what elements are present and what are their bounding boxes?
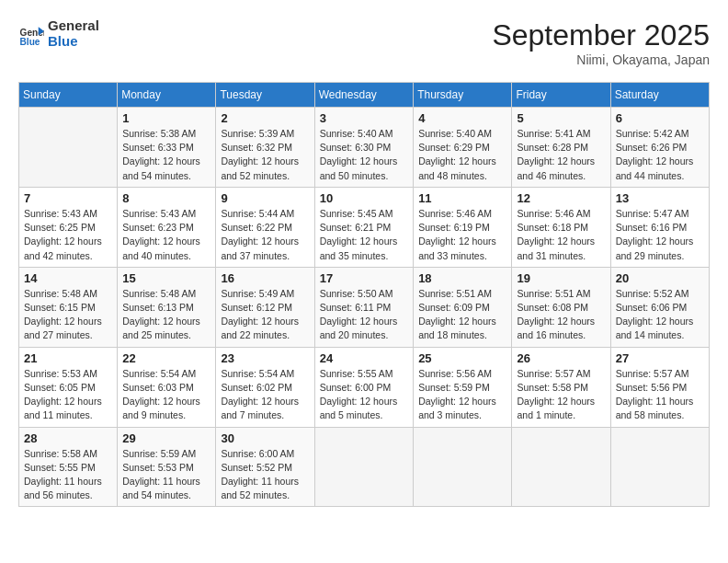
svg-text:Blue: Blue	[20, 37, 40, 47]
calendar-cell	[314, 427, 413, 507]
day-info: Sunrise: 6:00 AM Sunset: 5:52 PM Dayligh…	[221, 447, 309, 503]
title-block: September 2025 Niimi, Okayama, Japan	[492, 18, 710, 67]
logo-line1: General	[48, 18, 99, 34]
day-info: Sunrise: 5:46 AM Sunset: 6:19 PM Dayligh…	[418, 207, 506, 263]
day-info: Sunrise: 5:58 AM Sunset: 5:55 PM Dayligh…	[24, 447, 112, 503]
logo-line2: Blue	[48, 34, 99, 50]
day-info: Sunrise: 5:45 AM Sunset: 6:21 PM Dayligh…	[320, 207, 408, 263]
calendar-cell: 8Sunrise: 5:43 AM Sunset: 6:23 PM Daylig…	[118, 187, 216, 267]
day-number: 9	[221, 191, 309, 205]
day-number: 19	[517, 271, 605, 285]
day-info: Sunrise: 5:57 AM Sunset: 5:58 PM Dayligh…	[517, 367, 605, 423]
day-info: Sunrise: 5:48 AM Sunset: 6:13 PM Dayligh…	[122, 287, 210, 343]
day-info: Sunrise: 5:52 AM Sunset: 6:06 PM Dayligh…	[616, 287, 704, 343]
column-header-tuesday: Tuesday	[216, 83, 314, 108]
calendar-cell: 27Sunrise: 5:57 AM Sunset: 5:56 PM Dayli…	[610, 347, 709, 427]
day-number: 30	[221, 431, 309, 445]
day-number: 5	[517, 111, 605, 125]
calendar-cell	[19, 108, 118, 188]
calendar-cell: 30Sunrise: 6:00 AM Sunset: 5:52 PM Dayli…	[216, 427, 314, 507]
calendar-week-2: 7Sunrise: 5:43 AM Sunset: 6:25 PM Daylig…	[19, 187, 710, 267]
calendar-cell: 12Sunrise: 5:46 AM Sunset: 6:18 PM Dayli…	[512, 187, 610, 267]
day-info: Sunrise: 5:44 AM Sunset: 6:22 PM Dayligh…	[221, 207, 309, 263]
calendar-cell: 25Sunrise: 5:56 AM Sunset: 5:59 PM Dayli…	[414, 347, 512, 427]
day-info: Sunrise: 5:43 AM Sunset: 6:25 PM Dayligh…	[24, 207, 112, 263]
day-number: 24	[320, 351, 408, 365]
calendar-cell: 3Sunrise: 5:40 AM Sunset: 6:30 PM Daylig…	[314, 108, 413, 188]
calendar-week-1: 1Sunrise: 5:38 AM Sunset: 6:33 PM Daylig…	[19, 108, 710, 188]
day-number: 14	[24, 271, 112, 285]
calendar-cell: 5Sunrise: 5:41 AM Sunset: 6:28 PM Daylig…	[512, 108, 610, 188]
page-header: General Blue General Blue September 2025…	[18, 18, 710, 67]
day-number: 29	[122, 431, 210, 445]
day-number: 17	[320, 271, 408, 285]
day-number: 25	[418, 351, 506, 365]
calendar-cell: 7Sunrise: 5:43 AM Sunset: 6:25 PM Daylig…	[19, 187, 118, 267]
day-info: Sunrise: 5:50 AM Sunset: 6:11 PM Dayligh…	[320, 287, 408, 343]
day-info: Sunrise: 5:59 AM Sunset: 5:53 PM Dayligh…	[122, 447, 210, 503]
day-number: 4	[418, 111, 506, 125]
calendar-cell: 19Sunrise: 5:51 AM Sunset: 6:08 PM Dayli…	[512, 267, 610, 347]
calendar-cell: 20Sunrise: 5:52 AM Sunset: 6:06 PM Dayli…	[610, 267, 709, 347]
day-number: 20	[616, 271, 704, 285]
calendar-cell: 24Sunrise: 5:55 AM Sunset: 6:00 PM Dayli…	[314, 347, 413, 427]
calendar-week-4: 21Sunrise: 5:53 AM Sunset: 6:05 PM Dayli…	[19, 347, 710, 427]
day-info: Sunrise: 5:41 AM Sunset: 6:28 PM Dayligh…	[517, 127, 605, 183]
day-info: Sunrise: 5:47 AM Sunset: 6:16 PM Dayligh…	[616, 207, 704, 263]
calendar-cell: 10Sunrise: 5:45 AM Sunset: 6:21 PM Dayli…	[314, 187, 413, 267]
calendar-header-row: SundayMondayTuesdayWednesdayThursdayFrid…	[19, 83, 710, 108]
calendar-body: 1Sunrise: 5:38 AM Sunset: 6:33 PM Daylig…	[19, 108, 710, 507]
day-info: Sunrise: 5:55 AM Sunset: 6:00 PM Dayligh…	[320, 367, 408, 423]
calendar-cell: 4Sunrise: 5:40 AM Sunset: 6:29 PM Daylig…	[414, 108, 512, 188]
calendar-cell: 28Sunrise: 5:58 AM Sunset: 5:55 PM Dayli…	[19, 427, 118, 507]
day-info: Sunrise: 5:42 AM Sunset: 6:26 PM Dayligh…	[616, 127, 704, 183]
calendar-cell: 14Sunrise: 5:48 AM Sunset: 6:15 PM Dayli…	[19, 267, 118, 347]
day-info: Sunrise: 5:38 AM Sunset: 6:33 PM Dayligh…	[122, 127, 210, 183]
calendar-cell: 6Sunrise: 5:42 AM Sunset: 6:26 PM Daylig…	[610, 108, 709, 188]
logo: General Blue General Blue	[18, 18, 99, 49]
calendar-cell: 23Sunrise: 5:54 AM Sunset: 6:02 PM Dayli…	[216, 347, 314, 427]
calendar-cell: 2Sunrise: 5:39 AM Sunset: 6:32 PM Daylig…	[216, 108, 314, 188]
day-info: Sunrise: 5:43 AM Sunset: 6:23 PM Dayligh…	[122, 207, 210, 263]
calendar-week-5: 28Sunrise: 5:58 AM Sunset: 5:55 PM Dayli…	[19, 427, 710, 507]
day-info: Sunrise: 5:40 AM Sunset: 6:29 PM Dayligh…	[418, 127, 506, 183]
day-info: Sunrise: 5:56 AM Sunset: 5:59 PM Dayligh…	[418, 367, 506, 423]
day-info: Sunrise: 5:49 AM Sunset: 6:12 PM Dayligh…	[221, 287, 309, 343]
column-header-saturday: Saturday	[610, 83, 709, 108]
day-info: Sunrise: 5:46 AM Sunset: 6:18 PM Dayligh…	[517, 207, 605, 263]
day-number: 6	[616, 111, 704, 125]
day-number: 11	[418, 191, 506, 205]
location: Niimi, Okayama, Japan	[492, 52, 710, 67]
day-number: 22	[122, 351, 210, 365]
day-info: Sunrise: 5:51 AM Sunset: 6:09 PM Dayligh…	[418, 287, 506, 343]
calendar-week-3: 14Sunrise: 5:48 AM Sunset: 6:15 PM Dayli…	[19, 267, 710, 347]
day-number: 27	[616, 351, 704, 365]
day-info: Sunrise: 5:48 AM Sunset: 6:15 PM Dayligh…	[24, 287, 112, 343]
calendar-cell: 17Sunrise: 5:50 AM Sunset: 6:11 PM Dayli…	[314, 267, 413, 347]
day-number: 28	[24, 431, 112, 445]
day-number: 3	[320, 111, 408, 125]
calendar-cell	[610, 427, 709, 507]
day-number: 12	[517, 191, 605, 205]
day-number: 18	[418, 271, 506, 285]
calendar-cell: 11Sunrise: 5:46 AM Sunset: 6:19 PM Dayli…	[414, 187, 512, 267]
logo-icon: General Blue	[18, 21, 44, 47]
day-number: 2	[221, 111, 309, 125]
calendar-cell: 26Sunrise: 5:57 AM Sunset: 5:58 PM Dayli…	[512, 347, 610, 427]
column-header-wednesday: Wednesday	[314, 83, 413, 108]
day-number: 26	[517, 351, 605, 365]
calendar-cell: 9Sunrise: 5:44 AM Sunset: 6:22 PM Daylig…	[216, 187, 314, 267]
day-number: 13	[616, 191, 704, 205]
day-number: 8	[122, 191, 210, 205]
day-info: Sunrise: 5:54 AM Sunset: 6:03 PM Dayligh…	[122, 367, 210, 423]
day-info: Sunrise: 5:51 AM Sunset: 6:08 PM Dayligh…	[517, 287, 605, 343]
day-info: Sunrise: 5:54 AM Sunset: 6:02 PM Dayligh…	[221, 367, 309, 423]
column-header-friday: Friday	[512, 83, 610, 108]
day-number: 1	[122, 111, 210, 125]
calendar-cell: 1Sunrise: 5:38 AM Sunset: 6:33 PM Daylig…	[118, 108, 216, 188]
day-info: Sunrise: 5:57 AM Sunset: 5:56 PM Dayligh…	[616, 367, 704, 423]
day-number: 15	[122, 271, 210, 285]
calendar-table: SundayMondayTuesdayWednesdayThursdayFrid…	[18, 82, 710, 507]
calendar-cell: 22Sunrise: 5:54 AM Sunset: 6:03 PM Dayli…	[118, 347, 216, 427]
day-number: 7	[24, 191, 112, 205]
